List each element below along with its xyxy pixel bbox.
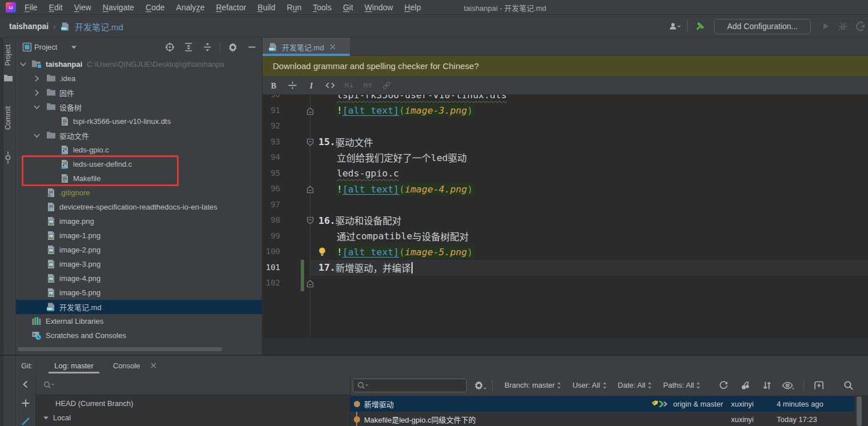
chevron-right-icon[interactable] (33, 74, 41, 83)
editor-line-96[interactable]: 96 ![alt text](image-4.png) (263, 181, 868, 197)
branch-search-row[interactable] (36, 375, 350, 395)
menu-build[interactable]: Build (257, 3, 275, 12)
md-code-span-icon[interactable] (325, 80, 336, 91)
search-icon[interactable] (842, 379, 855, 392)
codewithme-users-icon[interactable] (668, 19, 681, 33)
menu-view[interactable]: View (74, 3, 91, 12)
editor-notification-banner[interactable]: Download grammar and spelling checker fo… (263, 56, 868, 76)
tree-row-image-2.png[interactable]: image-2.png (16, 243, 262, 257)
token-link[interactable]: [alt text] (342, 184, 399, 195)
close-tab-icon[interactable] (150, 361, 158, 369)
editor-area[interactable]: 90tspi-rk3566-user-v10-linux.dts91 ![alt… (263, 95, 868, 337)
editor-line-93[interactable]: 93 15.驱动文件 (263, 134, 868, 150)
breadcrumb-project[interactable]: taishanpai (9, 22, 49, 31)
branch-row-head[interactable]: HEAD (Current Branch) (36, 396, 350, 411)
editor-line-99[interactable]: 99通过compatible与设备树配对 (263, 228, 868, 244)
menu-edit[interactable]: Edit (49, 3, 63, 12)
menu-analyze[interactable]: Analyze (176, 3, 205, 12)
tree-row-ScratchesandConsoles[interactable]: Scratches and Consoles (16, 328, 262, 343)
editor-line-95[interactable]: 95leds-gpio.c (263, 166, 868, 182)
run-icon[interactable] (819, 19, 833, 33)
chevron-down-icon[interactable] (33, 131, 41, 140)
commit-node-icon[interactable] (0, 151, 16, 164)
project-tree-hscrollbar[interactable] (18, 347, 222, 351)
fold-end-icon[interactable] (306, 279, 314, 288)
tree-row-image-5.png[interactable]: image-5.png (16, 286, 262, 300)
md-link-icon[interactable] (381, 80, 392, 91)
gear-icon[interactable] (226, 41, 240, 54)
hide-toolwindow-icon[interactable] (245, 41, 259, 54)
filter-user[interactable]: User: All (572, 381, 607, 389)
tree-row-Makefile[interactable]: Makefile (16, 171, 262, 186)
commit-row[interactable]: 新增驱动 origin & masterxuxinyi4 minutes ago (350, 396, 854, 412)
tab-log-master[interactable]: Log: master (47, 356, 100, 375)
tree-row-leds-gpio.c[interactable]: leds-gpio.c (16, 143, 262, 157)
tree-row-image-4.png[interactable]: image-4.png (16, 271, 262, 286)
debug-icon[interactable] (836, 19, 850, 33)
token-link[interactable]: [alt text] (342, 105, 399, 116)
expand-all-icon[interactable] (181, 41, 195, 54)
filter-paths[interactable]: Paths: All (663, 381, 701, 389)
editor-line-97[interactable]: 97 (263, 197, 868, 213)
tree-row-ExternalLibraries[interactable]: External Libraries (16, 314, 262, 328)
tree-row-.idea[interactable]: .idea (16, 71, 262, 86)
gear-icon[interactable] (474, 379, 487, 392)
tree-row-image-3.png[interactable]: image-3.png (16, 257, 262, 271)
tool-stripe-project[interactable]: Project (0, 38, 16, 73)
filter-branch[interactable]: Branch: master (504, 381, 562, 389)
tree-row-image-1.png[interactable]: image-1.png (16, 228, 262, 243)
tree-row-.md[interactable]: MD开发笔记.md (16, 300, 262, 314)
cherry-pick-icon[interactable] (738, 379, 752, 392)
fold-start-icon[interactable] (306, 216, 314, 225)
tree-row-image.png[interactable]: image.png (16, 214, 262, 228)
menu-file[interactable]: File (25, 3, 38, 12)
refresh-icon[interactable] (717, 379, 730, 392)
branch-row-local[interactable]: Local (36, 411, 350, 425)
md-header-up-icon[interactable]: H (362, 80, 373, 91)
md-strikethrough-icon[interactable] (287, 80, 298, 91)
commit-search-field[interactable] (353, 379, 467, 392)
chevron-down-icon[interactable] (33, 103, 41, 111)
menu-git[interactable]: Git (343, 3, 353, 12)
fold-end-icon[interactable] (306, 185, 314, 194)
commit-list-scrollbar[interactable] (857, 396, 862, 426)
md-header-down-icon[interactable]: H (344, 80, 354, 91)
tree-row-taishanpai[interactable]: taishanpaiC:\Users\QINGJUE\Desktop\git\t… (16, 57, 262, 71)
tree-row-leds-user-defind.c[interactable]: leds-user-defind.c (16, 157, 262, 171)
paint-icon[interactable] (19, 417, 33, 426)
collapse-all-icon[interactable] (200, 41, 214, 54)
tool-stripe-commit[interactable]: Commit (0, 101, 16, 136)
menu-refactor[interactable]: Refactor (216, 3, 246, 12)
chevron-down-icon[interactable] (71, 45, 77, 50)
editor-line-101[interactable]: 10117.新增驱动，并编译 (263, 260, 868, 276)
menu-run[interactable]: Run (287, 3, 302, 12)
locate-file-icon[interactable] (163, 41, 176, 54)
tree-row-item[interactable]: 设备树 (16, 100, 262, 114)
add-configuration-button[interactable]: Add Configuration... (714, 19, 811, 34)
token-link[interactable]: [alt text] (342, 247, 399, 258)
menu-help[interactable]: Help (405, 3, 421, 12)
sort-icon[interactable] (760, 379, 774, 392)
tree-row-item[interactable]: 固件 (16, 86, 262, 100)
fold-start-icon[interactable] (306, 138, 314, 147)
chevron-right-icon[interactable] (33, 89, 41, 97)
chevron-down-icon[interactable] (19, 60, 27, 69)
menu-navigate[interactable]: Navigate (103, 3, 134, 12)
close-tab-icon[interactable] (328, 42, 337, 51)
menu-code[interactable]: Code (146, 3, 164, 12)
build-hammer-icon[interactable] (693, 19, 707, 33)
tree-row-.gitignore[interactable]: .gitignore (16, 186, 262, 200)
editor-line-92[interactable]: 92 (263, 118, 868, 134)
tree-row-devicetree-specification-readthedocs-io-en-lates[interactable]: ?devicetree-specification-readthedocs-io… (16, 200, 262, 214)
editor-line-102[interactable]: 102 (263, 275, 868, 291)
editor-line-98[interactable]: 98 16.驱动和设备配对 (263, 212, 868, 228)
fold-end-icon[interactable] (306, 107, 314, 115)
tree-row-tspi-rk3566-user-v10-linux.dts[interactable]: tspi-rk3566-user-v10-linux.dts (16, 114, 262, 128)
editor-line-94[interactable]: 94立创给我们定好了一个led驱动 (263, 150, 868, 166)
md-bold-icon[interactable]: B (268, 80, 279, 91)
profiler-icon[interactable] (853, 19, 867, 33)
tab-console[interactable]: Console (106, 356, 164, 375)
md-italic-icon[interactable]: I (306, 80, 317, 91)
commit-row[interactable]: Makefile是led-gpio.c同级文件下的xuxinyiToday 17… (350, 412, 854, 426)
new-log-tab-icon[interactable] (812, 379, 826, 392)
